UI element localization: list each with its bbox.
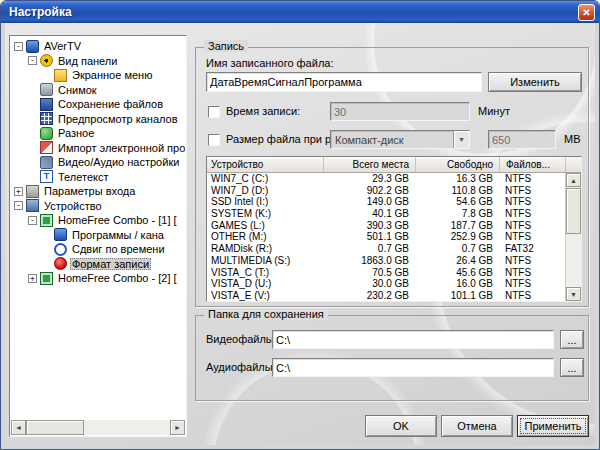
tree-item[interactable]: Импорт электронной прог	[11, 141, 185, 156]
change-button[interactable]: Изменить	[488, 72, 582, 92]
record-time-input[interactable]	[330, 102, 470, 121]
table-cell: NTFS	[499, 231, 565, 243]
table-cell: NTFS	[499, 208, 565, 220]
column-header[interactable]: Файлов...	[500, 157, 566, 172]
tree-item[interactable]: +Параметры входа	[11, 184, 185, 199]
scroll-up-button[interactable]: ▲	[566, 173, 581, 187]
table-row[interactable]: OTHER (M:)501.1 GB252.9 GBNTFS	[207, 231, 565, 243]
table-row[interactable]: GAMES (L:)390.3 GB187.7 GBNTFS	[207, 220, 565, 232]
table-cell: 501.1 GB	[323, 231, 415, 243]
collapse-minus-icon[interactable]: -	[14, 42, 23, 51]
table-cell: 7.8 GB	[415, 208, 499, 220]
tree-item[interactable]: Телетекст	[11, 170, 185, 185]
tree-item[interactable]: Экранное меню	[11, 68, 185, 83]
expand-plus-icon[interactable]: +	[14, 187, 23, 196]
table-row[interactable]: VISTA_C (T:)70.5 GB45.6 GBNTFS	[207, 267, 565, 279]
column-header[interactable]: Всего места	[324, 157, 416, 172]
tree-item[interactable]: -Устройство	[11, 199, 185, 214]
tree-item-label: Импорт электронной прог	[56, 142, 185, 154]
table-row[interactable]: SYSTEM (K:)40.1 GB7.8 GBNTFS	[207, 208, 565, 220]
tree-item-label: Видео/Аудио настройки	[56, 156, 181, 168]
table-row[interactable]: RAMDisk (R:)0.7 GB0.7 GBFAT32	[207, 243, 565, 255]
device-icon	[26, 199, 39, 212]
snapshot-icon	[40, 83, 53, 96]
table-row[interactable]: MULTIMEDIA (S:)1863.0 GB26.4 GBNTFS	[207, 255, 565, 267]
tree-item[interactable]: Программы / кана	[11, 228, 185, 243]
tree-item[interactable]: Видео/Аудио настройки	[11, 155, 185, 170]
table-cell: 149.0 GB	[323, 196, 415, 208]
tree-item-label: Разное	[56, 127, 96, 139]
tree-item[interactable]: Сдвиг по времени	[11, 242, 185, 257]
tree-item[interactable]: Предпросмотр каналов	[11, 112, 185, 127]
tree-item[interactable]: +HomeFree Combo - [2] [	[11, 271, 185, 286]
scroll-left-button[interactable]: ◄	[11, 420, 26, 435]
table-cell: SSD Intel (I:)	[207, 196, 323, 208]
tree-item-label: Телетекст	[56, 171, 111, 183]
osd-menu-icon	[54, 69, 67, 82]
tree-item[interactable]: -HomeFree Combo - [1] [	[11, 213, 185, 228]
recording-group-title: Запись	[204, 40, 248, 52]
table-cell: VISTA_C (T:)	[207, 267, 323, 279]
misc-icon	[40, 127, 53, 140]
table-cell: NTFS	[499, 173, 565, 185]
cancel-button[interactable]: Отмена	[441, 415, 513, 437]
tree-item-label: Сохранение файлов	[56, 98, 165, 110]
split-preset-combobox[interactable]: Компакт-диск ▼	[330, 130, 470, 149]
scrollbar-thumb[interactable]	[26, 420, 84, 435]
tree-item-label: Сдвиг по времени	[70, 243, 167, 255]
filename-label: Имя записанного файла:	[206, 57, 333, 69]
collapse-minus-icon[interactable]: -	[28, 216, 37, 225]
tree-item[interactable]: -AVerTV	[11, 39, 185, 54]
av-settings-icon	[40, 156, 53, 169]
expand-plus-icon[interactable]: +	[28, 274, 37, 283]
apply-button[interactable]: Применить	[517, 415, 589, 437]
close-button[interactable]: ✕	[578, 4, 595, 21]
audio-folder-input[interactable]	[272, 358, 554, 377]
scroll-right-button[interactable]: ►	[170, 420, 185, 435]
table-cell: WIN7_D (D:)	[207, 185, 323, 197]
table-cell: 29.3 GB	[323, 173, 415, 185]
table-cell: 54.6 GB	[415, 196, 499, 208]
ok-button[interactable]: OK	[365, 415, 437, 437]
table-row[interactable]: WIN7_D (D:)902.2 GB110.8 GBNTFS	[207, 185, 565, 197]
record-time-checkbox[interactable]	[208, 106, 220, 118]
table-cell: OTHER (M:)	[207, 231, 323, 243]
audio-browse-button[interactable]: ...	[560, 358, 584, 377]
table-row[interactable]: WIN7_C (C:)29.3 GB16.3 GBNTFS	[207, 173, 565, 185]
table-cell: VISTA_D (U:)	[207, 278, 323, 290]
column-header[interactable]: Свободно	[416, 157, 500, 172]
split-size-checkbox[interactable]	[208, 134, 220, 146]
teletext-icon	[40, 170, 53, 183]
tree-item[interactable]: Снимок	[11, 83, 185, 98]
table-cell: 230.2 GB	[323, 290, 415, 301]
split-preset-value: Компакт-диск	[331, 134, 453, 146]
drives-table-header: УстройствоВсего местаСвободноФайлов...	[207, 157, 581, 173]
table-cell: 30.0 GB	[323, 278, 415, 290]
column-header[interactable]: Устройство	[207, 157, 324, 172]
table-row[interactable]: VISTA_D (U:)30.0 GB16.0 GBNTFS	[207, 278, 565, 290]
scrollbar-thumb[interactable]	[566, 188, 581, 234]
table-cell: VISTA_E (V:)	[207, 290, 323, 301]
tree-item[interactable]: Формат записи	[11, 257, 185, 272]
split-size-input[interactable]	[488, 130, 556, 149]
table-cell: NTFS	[499, 185, 565, 197]
table-row[interactable]: SSD Intel (I:)149.0 GB54.6 GBNTFS	[207, 196, 565, 208]
collapse-minus-icon[interactable]: -	[28, 56, 37, 65]
scroll-down-button[interactable]: ▼	[566, 287, 581, 301]
table-vertical-scrollbar[interactable]: ▲ ▼	[565, 173, 581, 301]
table-row[interactable]: VISTA_E (V:)230.2 GB101.1 GBNTFS	[207, 290, 565, 301]
tree-item[interactable]: Сохранение файлов	[11, 97, 185, 112]
table-cell: 0.7 GB	[323, 243, 415, 255]
tree-horizontal-scrollbar[interactable]: ◄ ►	[11, 420, 185, 435]
chevron-down-icon[interactable]: ▼	[453, 131, 469, 148]
titlebar[interactable]: Настройка ✕	[1, 1, 599, 23]
table-cell: NTFS	[499, 255, 565, 267]
filename-input[interactable]	[206, 72, 482, 92]
video-folder-input[interactable]	[272, 330, 554, 349]
video-browse-button[interactable]: ...	[560, 330, 584, 349]
dialog-content: -AVerTV-Вид панелиЭкранное менюСнимокСох…	[5, 23, 595, 445]
tree-item[interactable]: Разное	[11, 126, 185, 141]
collapse-minus-icon[interactable]: -	[14, 201, 23, 210]
tree-item[interactable]: -Вид панели	[11, 54, 185, 69]
table-cell: SYSTEM (K:)	[207, 208, 323, 220]
